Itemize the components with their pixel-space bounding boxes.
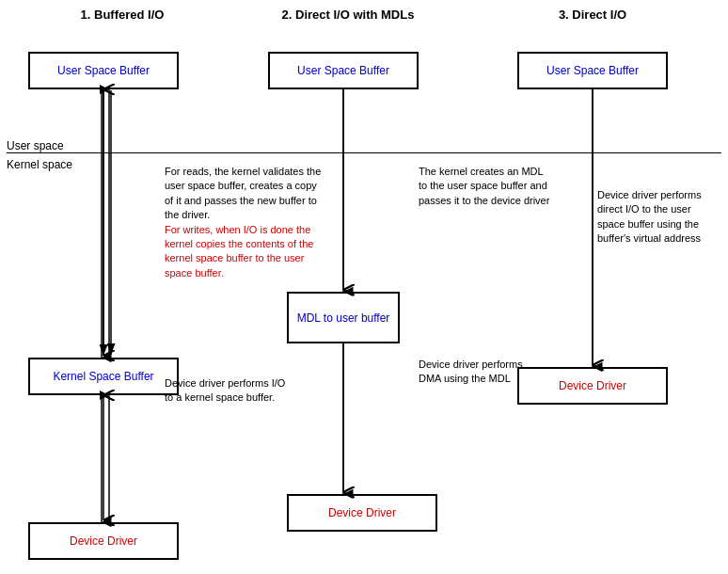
header-buffered-io: 1. Buffered I/O: [28, 8, 216, 22]
direct-mdl-dd-desc: Device driver performs DMA using the MDL: [419, 358, 527, 387]
space-divider: [7, 152, 721, 153]
kernel-space-buffer: Kernel Space Buffer: [28, 358, 179, 395]
mdl-box: MDL to user buffer: [287, 292, 400, 343]
buffered-desc: For reads, the kernel validates the user…: [165, 165, 324, 280]
device-driver-2: Device Driver: [287, 494, 437, 532]
direct-desc: Device driver performs direct I/O to the…: [597, 188, 720, 247]
direct-mdl-desc: The kernel creates an MDL to the user sp…: [419, 165, 550, 208]
device-driver-1: Device Driver: [28, 522, 179, 560]
user-space-buffer-1: User Space Buffer: [28, 52, 179, 89]
kernel-space-label: Kernel space: [7, 158, 72, 171]
user-space-buffer-3: User Space Buffer: [517, 52, 668, 89]
device-driver-3: Device Driver: [517, 367, 668, 405]
diagram-container: 1. Buffered I/O 2. Direct I/O with MDLs …: [0, 0, 728, 574]
buffered-dd-desc: Device driver performs I/O to a kernel s…: [165, 376, 296, 406]
user-space-label: User space: [7, 139, 64, 152]
header-direct-io: 3. Direct I/O: [499, 8, 687, 22]
header-direct-io-mdls: 2. Direct I/O with MDLs: [254, 8, 442, 22]
user-space-buffer-2: User Space Buffer: [268, 52, 419, 89]
